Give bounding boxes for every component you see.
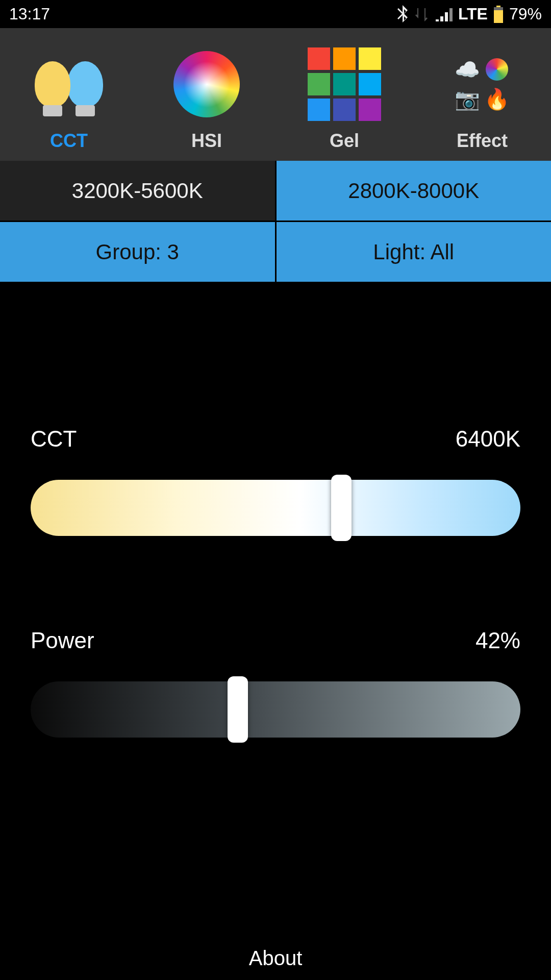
data-icon — [414, 6, 431, 22]
power-slider-label: Power — [31, 628, 94, 653]
cct-slider-block: CCT 6400K — [31, 426, 520, 536]
svg-rect-0 — [496, 6, 500, 7]
range-narrow-label: 3200K-5600K — [72, 179, 203, 203]
cct-range-row: 3200K-5600K 2800K-8000K — [0, 161, 551, 222]
mode-tabs: CCT HSI Gel ☁️ 📷 🔥 Effect — [0, 28, 551, 161]
light-selector[interactable]: Light: All — [277, 222, 552, 283]
battery-icon — [493, 6, 504, 23]
power-slider-value: 42% — [475, 628, 520, 653]
hsi-icon — [173, 51, 240, 117]
range-narrow[interactable]: 3200K-5600K — [0, 161, 277, 222]
power-slider[interactable] — [31, 681, 520, 738]
about-link[interactable]: About — [0, 947, 551, 970]
about-label: About — [249, 947, 303, 969]
tab-hsi-label: HSI — [191, 130, 222, 152]
power-slider-block: Power 42% — [31, 628, 520, 738]
bluetooth-icon — [396, 5, 409, 23]
cct-slider-thumb[interactable] — [331, 475, 352, 541]
cct-slider-label: CCT — [31, 426, 77, 452]
group-selector-label: Group: 3 — [96, 240, 179, 264]
tab-hsi[interactable]: HSI — [138, 28, 276, 161]
status-battery: 79% — [509, 5, 542, 23]
light-selector-label: Light: All — [373, 240, 454, 264]
status-network: LTE — [458, 5, 488, 23]
tab-gel-label: Gel — [330, 130, 359, 152]
group-selector[interactable]: Group: 3 — [0, 222, 277, 283]
status-time: 13:17 — [9, 5, 50, 23]
tab-gel[interactable]: Gel — [276, 28, 413, 161]
effect-icon: ☁️ 📷 🔥 — [455, 57, 510, 112]
status-bar: 13:17 LTE 79% — [0, 0, 551, 28]
gel-icon — [308, 47, 381, 121]
target-row: Group: 3 Light: All — [0, 222, 551, 283]
svg-rect-2 — [494, 10, 503, 23]
tab-effect-label: Effect — [457, 130, 508, 152]
tab-effect[interactable]: ☁️ 📷 🔥 Effect — [413, 28, 551, 161]
signal-icon — [436, 7, 453, 21]
cct-icon — [35, 61, 103, 107]
tab-cct[interactable]: CCT — [0, 28, 138, 161]
range-wide[interactable]: 2800K-8000K — [277, 161, 552, 222]
range-wide-label: 2800K-8000K — [348, 179, 479, 203]
tab-cct-label: CCT — [50, 130, 88, 152]
power-slider-thumb[interactable] — [228, 676, 248, 743]
cct-slider[interactable] — [31, 480, 520, 536]
cct-slider-value: 6400K — [456, 426, 520, 452]
